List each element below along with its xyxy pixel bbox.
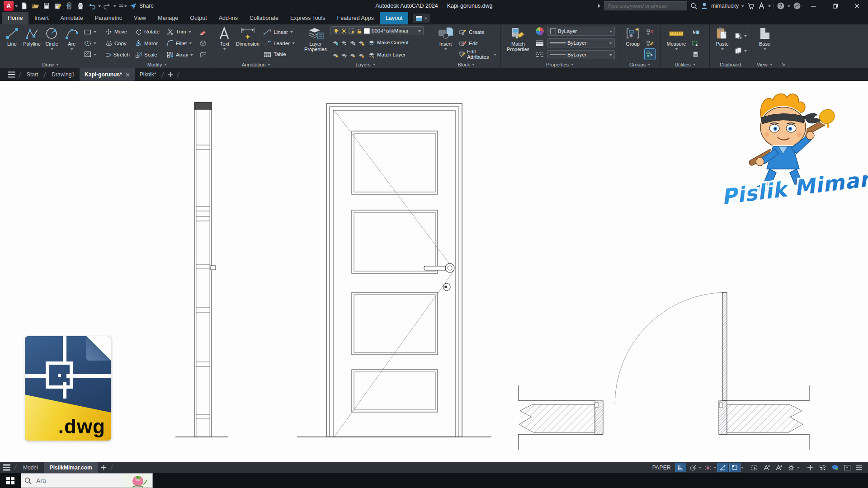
new-drawing-button[interactable] (165, 68, 176, 81)
undo-button[interactable] (87, 1, 97, 11)
annotation-autoscale-toggle[interactable] (773, 463, 784, 472)
help-caret-icon[interactable] (788, 5, 790, 9)
file-tab-piknik[interactable]: Piknik* (135, 68, 161, 81)
lineweight-dropdown[interactable]: ByLayer (547, 38, 615, 47)
clean-screen-button[interactable] (841, 463, 853, 472)
linetype-icon[interactable] (535, 52, 544, 58)
stretch-tool[interactable]: Stretch (104, 49, 131, 60)
object-color-dropdown[interactable]: ByLayer (547, 27, 615, 36)
new-file-button[interactable] (19, 1, 29, 11)
annotation-scale-button[interactable] (785, 463, 797, 472)
layer-state-tools[interactable] (332, 40, 364, 46)
ungroup-tool[interactable] (645, 27, 655, 38)
object-snap-tracking-toggle[interactable] (717, 463, 728, 472)
offset-tool[interactable] (198, 49, 208, 60)
app-menu-caret-icon[interactable] (15, 5, 18, 9)
windows-search-box[interactable] (21, 473, 153, 488)
panel-label-properties[interactable]: Properties (501, 61, 619, 68)
tab-insert[interactable]: Insert (28, 12, 54, 24)
polyline-tool[interactable]: Polyline (23, 26, 41, 61)
layout-menu-button[interactable] (0, 467, 14, 468)
new-layout-button[interactable] (98, 465, 110, 470)
model-tab[interactable]: Model (17, 462, 44, 473)
panel-launcher-icon[interactable] (781, 62, 785, 66)
rotate-tool[interactable]: Rotate (134, 26, 163, 37)
minimize-button[interactable] (804, 0, 823, 12)
file-tab-menu-button[interactable] (5, 68, 18, 81)
file-tab-drawing1[interactable]: Drawing1 (47, 68, 80, 81)
annotation-visibility-toggle[interactable] (761, 463, 772, 472)
cut-clip-tool[interactable] (733, 30, 748, 41)
hatch-tool[interactable] (82, 49, 98, 60)
annotation-monitor-button[interactable] (817, 463, 828, 472)
paper-space-label[interactable]: PAPER (652, 465, 671, 471)
customize-qat-button[interactable] (118, 1, 127, 11)
copy-clip-tool[interactable] (733, 45, 748, 56)
scale-tool[interactable]: Scale (134, 49, 163, 60)
access-caret-icon[interactable] (768, 5, 771, 9)
rectangle-tool[interactable] (82, 27, 98, 38)
search-highlight-image[interactable] (124, 474, 150, 488)
open-file-button[interactable] (30, 1, 40, 11)
tab-manage[interactable]: Manage (152, 12, 184, 24)
door-section-view[interactable] (175, 102, 228, 437)
tab-layout[interactable]: Layout (380, 12, 409, 24)
object-snap-toggle[interactable] (729, 463, 741, 472)
isometric-drafting-toggle[interactable] (702, 463, 713, 472)
redo-caret-icon[interactable] (113, 5, 116, 9)
leader-tool[interactable]: Leader (262, 38, 296, 49)
file-tab-kapi-gorunus[interactable]: Kapi-gorunus* (80, 68, 135, 81)
table-tool[interactable]: Table (262, 49, 296, 60)
layer-properties-tool[interactable]: Layer Properties (302, 26, 329, 61)
quick-select-tool[interactable] (690, 27, 701, 38)
panel-label-modify[interactable]: Modify (101, 61, 213, 68)
selection-cycling-toggle[interactable] (749, 463, 760, 472)
grid-display-toggle[interactable] (675, 463, 686, 472)
ribbon-display-options-button[interactable] (413, 14, 430, 23)
panel-label-layers[interactable]: Layers (299, 61, 432, 68)
panel-label-annotation[interactable]: Annotation (213, 61, 299, 68)
restore-button[interactable] (826, 0, 844, 12)
save-to-web-mobile-button[interactable] (64, 1, 74, 11)
save-as-button[interactable] (53, 1, 63, 11)
lineweight-icon[interactable] (535, 40, 544, 46)
layout-tab-pislikmimar[interactable]: PislikMimar.com (44, 462, 98, 473)
share-button[interactable]: Share (129, 2, 154, 10)
tab-collaborate[interactable]: Collaborate (244, 12, 284, 24)
panel-label-draw[interactable]: Draw (0, 61, 101, 68)
close-button[interactable] (847, 0, 866, 12)
tab-featured-apps[interactable]: Featured Apps (331, 12, 380, 24)
help-search-input[interactable] (604, 1, 687, 10)
tab-output[interactable]: Output (184, 12, 213, 24)
tab-parametric[interactable]: Parametric (89, 12, 128, 24)
polar-caret-icon[interactable] (699, 467, 702, 470)
undo-caret-icon[interactable] (98, 5, 101, 9)
copy-tool[interactable]: Copy (104, 38, 131, 49)
make-current-tool[interactable]: Make Current (367, 38, 410, 47)
edit-block-tool[interactable]: Edit (458, 38, 498, 49)
cad-drawing[interactable]: Pislik Mimar (0, 81, 868, 462)
start-button[interactable] (0, 473, 21, 488)
redo-button[interactable] (102, 1, 112, 11)
mirror-tool[interactable]: Mirror (134, 38, 163, 49)
tab-express-tools[interactable]: Express Tools (284, 12, 331, 24)
osnap-caret-icon[interactable] (741, 467, 744, 470)
dwg-file-logo[interactable]: .dwg (25, 336, 111, 441)
array-tool[interactable]: Array (165, 49, 195, 60)
cart-icon[interactable] (747, 2, 755, 10)
explode-tool[interactable] (198, 38, 208, 49)
search-icon[interactable] (690, 2, 698, 10)
circle-tool[interactable]: Circle (42, 26, 61, 61)
file-tab-start[interactable]: Start (22, 68, 43, 81)
feedback-icon[interactable] (793, 2, 801, 10)
move-tool[interactable]: Move (104, 26, 131, 37)
quick-calculator-tool[interactable] (690, 49, 701, 60)
dimension-tool[interactable]: Dimension (235, 26, 261, 61)
layer-select-dropdown[interactable]: 000-PislikMimar (330, 26, 424, 35)
line-tool[interactable]: Line (3, 26, 21, 61)
plot-button[interactable] (75, 1, 85, 11)
edit-attributes-tool[interactable]: Edit Attributes (458, 49, 498, 60)
tab-home[interactable]: Home (2, 12, 28, 24)
layer-tools-row2[interactable] (332, 52, 364, 58)
select-similar-tool[interactable] (690, 38, 701, 49)
